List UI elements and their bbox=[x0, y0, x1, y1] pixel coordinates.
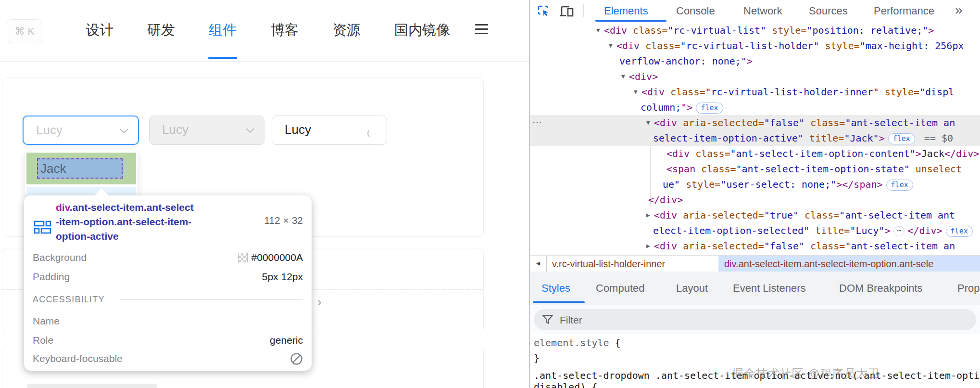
expand-chevron-icon[interactable]: › bbox=[317, 296, 322, 308]
inspect-overlay-content[interactable]: Jack bbox=[37, 158, 123, 179]
styles-filter-input[interactable] bbox=[559, 309, 753, 331]
hamburger-menu-icon[interactable] bbox=[475, 24, 489, 37]
devtools-panel: ⋯ ▼<div class="rc-virtual-list" style="p… bbox=[529, 0, 980, 388]
inspect-tooltip: div.ant-select-item.ant-select -item-opt… bbox=[24, 195, 312, 371]
flex-badge[interactable]: flex bbox=[886, 180, 913, 191]
active-styles-tab-underline bbox=[533, 301, 585, 303]
tab-elements[interactable]: Elements bbox=[604, 0, 648, 22]
nav-item-components[interactable]: 组件 bbox=[209, 20, 237, 39]
selector-tag: div bbox=[56, 202, 70, 213]
select-dropdown: Jack bbox=[25, 150, 138, 196]
tooltip-arrow bbox=[94, 188, 109, 196]
selector-classes: .ant-select-item.ant-select bbox=[70, 202, 194, 213]
dom-tree-line[interactable]: <div class="ant-select-item-option-conte… bbox=[666, 146, 979, 161]
browser-page: ⌘ K 设计 研发 组件 博客 资源 国内镜像 › Lucy Lucy bbox=[0, 0, 529, 388]
accessibility-divider bbox=[120, 299, 303, 300]
watermark-text: 掘金技术社区 @程序员大卫 bbox=[732, 366, 880, 381]
nav-item-dev[interactable]: 研发 bbox=[147, 20, 175, 39]
dom-tree-line-selected[interactable]: select-item-option-active" title="Jack">… bbox=[653, 130, 953, 146]
dom-tree-line[interactable]: ▶<div aria-selected="false" class="ant-s… bbox=[654, 238, 955, 254]
tab-performance[interactable]: Performance bbox=[874, 0, 934, 22]
element-style-close: } bbox=[534, 352, 540, 364]
tooltip-name-row: Name bbox=[33, 315, 303, 327]
more-tabs-icon[interactable]: » bbox=[955, 0, 963, 22]
element-style-section: element.style { } bbox=[530, 334, 980, 369]
inspect-overlay-padding: Jack bbox=[26, 153, 136, 184]
tooltip-keyboard-row: Keyboard-focusable bbox=[33, 352, 303, 365]
option-selected-partial[interactable] bbox=[26, 187, 136, 196]
tab-layout[interactable]: Layout bbox=[676, 272, 708, 305]
tab-console[interactable]: Console bbox=[676, 0, 715, 22]
tab-computed[interactable]: Computed bbox=[596, 272, 645, 305]
dom-tree-line[interactable]: <span class="ant-select-item-option-stat… bbox=[666, 161, 962, 177]
not-focusable-icon bbox=[290, 352, 303, 365]
breadcrumb-back-button[interactable]: ◂ bbox=[530, 256, 547, 272]
active-tab-underline bbox=[595, 20, 666, 22]
nav-item-blog[interactable]: 博客 bbox=[271, 20, 299, 39]
dom-tree-line-selected[interactable]: ▼<div aria-selected="false" class="ant-s… bbox=[654, 115, 955, 130]
tab-styles[interactable]: Styles bbox=[541, 272, 570, 305]
dom-breadcrumbs: ◂ v.rc-virtual-list-holder-inner div.ant… bbox=[530, 255, 980, 272]
flex-badge[interactable]: flex bbox=[696, 103, 723, 114]
loading-spinner-icon bbox=[366, 128, 377, 139]
css-rule-selector-wrap[interactable]: disabled) { bbox=[534, 381, 597, 388]
tooltip-background-row: Background #0000000A bbox=[33, 251, 303, 264]
dom-tree-line[interactable]: ▶<div aria-selected="true" class="ant-se… bbox=[654, 207, 955, 223]
tab-dom-breakpoints[interactable]: DOM Breakpoints bbox=[839, 272, 923, 305]
dom-tree-line[interactable]: column;">flex bbox=[641, 100, 727, 115]
tab-sources[interactable]: Sources bbox=[809, 0, 848, 22]
keyboard-shortcut-badge[interactable]: ⌘ K bbox=[7, 19, 42, 43]
nav-item-resources[interactable]: 资源 bbox=[333, 20, 361, 39]
device-toolbar-icon[interactable] bbox=[560, 4, 574, 18]
inspect-element-icon[interactable] bbox=[537, 4, 550, 18]
node-menu-dots[interactable]: ⋯ bbox=[532, 115, 542, 130]
tooltip-selector: div.ant-select-item.ant-select -item-opt… bbox=[56, 200, 282, 244]
chevron-down-icon bbox=[246, 128, 254, 133]
tooltip-padding-row: Padding 5px 12px bbox=[33, 271, 303, 283]
toolbar-divider bbox=[583, 4, 584, 17]
select-loading[interactable]: Lucy bbox=[272, 116, 387, 145]
skeleton-block bbox=[27, 384, 157, 388]
more-badge[interactable]: ⋯ bbox=[893, 226, 905, 236]
dom-tree-line[interactable]: ▼<div class="rc-virtual-list" style="pos… bbox=[604, 23, 934, 38]
tab-event-listeners[interactable]: Event Listeners bbox=[733, 272, 806, 305]
tooltip-role-row: Role generic bbox=[33, 334, 303, 347]
dom-tree-line[interactable]: elect-item-option-selected" title="Lucy"… bbox=[653, 223, 976, 238]
site-header: ⌘ K 设计 研发 组件 博客 资源 国内镜像 bbox=[0, 0, 529, 62]
breadcrumb-item[interactable]: v.rc-virtual-list-holder-inner bbox=[552, 256, 665, 272]
styles-filter-row bbox=[530, 305, 980, 335]
tooltip-dimensions: 112 × 32 bbox=[264, 215, 303, 226]
select-disabled[interactable]: Lucy bbox=[149, 116, 264, 145]
dom-tree-line[interactable]: ▼<div class="rc-virtual-list-holder-inne… bbox=[641, 84, 954, 100]
styles-filter-pill bbox=[534, 309, 976, 330]
dom-tree-line[interactable]: </div> bbox=[648, 192, 683, 207]
option-jack: Jack bbox=[40, 159, 66, 178]
dom-tree: ⋯ ▼<div class="rc-virtual-list" style="p… bbox=[530, 22, 980, 255]
color-swatch bbox=[238, 253, 248, 262]
dom-tree-line[interactable]: ▼<div> bbox=[629, 69, 658, 84]
active-nav-underline bbox=[208, 57, 237, 59]
dom-tree-line[interactable]: verflow-anchor: none;"> bbox=[619, 53, 753, 69]
devtools-toolbar: Elements Console Network Sources Perform… bbox=[530, 0, 980, 22]
element-style-selector[interactable]: element.style { bbox=[534, 337, 621, 349]
select-value: Lucy bbox=[285, 116, 311, 143]
accessibility-heading: ACCESSIBILITY bbox=[33, 295, 105, 305]
select-focused[interactable]: Lucy bbox=[23, 116, 139, 145]
dom-tree-line[interactable]: ue" style="user-select: none;"></span>fl… bbox=[663, 177, 917, 192]
chevron-down-icon bbox=[120, 129, 128, 134]
element-badge-icon bbox=[34, 220, 52, 235]
styles-tab-strip: Styles Computed Layout Event Listeners D… bbox=[530, 272, 980, 305]
select-value: Lucy bbox=[162, 116, 188, 143]
select-value: Lucy bbox=[36, 116, 63, 144]
screenshot-root: ⌘ K 设计 研发 组件 博客 资源 国内镜像 › Lucy Lucy bbox=[0, 0, 980, 388]
nav-item-mirror[interactable]: 国内镜像 bbox=[394, 20, 450, 39]
breadcrumb-item-selected[interactable]: div.ant-select-item.ant-select-item-opti… bbox=[718, 256, 980, 272]
flex-badge[interactable]: flex bbox=[888, 133, 915, 144]
nav-item-design[interactable]: 设计 bbox=[86, 20, 113, 39]
flex-badge[interactable]: flex bbox=[946, 226, 973, 237]
tab-network[interactable]: Network bbox=[743, 0, 782, 22]
dom-tree-line[interactable]: ▼<div class="rc-virtual-list-holder" sty… bbox=[616, 38, 964, 53]
tab-properties[interactable]: Prope bbox=[957, 272, 980, 305]
filter-funnel-icon bbox=[542, 315, 553, 324]
